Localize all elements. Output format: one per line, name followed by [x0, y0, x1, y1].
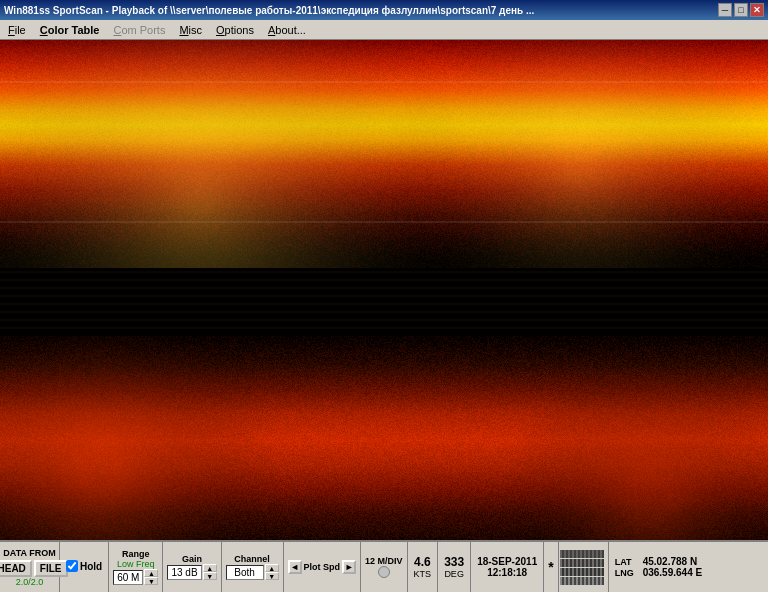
range-label: Range — [122, 549, 150, 560]
gain-value: 13 dB — [167, 565, 201, 580]
range-spin: ▲ ▼ — [144, 569, 158, 585]
date-value: 18-SEP-2011 — [477, 556, 537, 567]
menu-bar: File Color Table Com Ports Misc Options … — [0, 20, 768, 40]
gain-up[interactable]: ▲ — [203, 564, 217, 572]
asterisk-section: * — [544, 542, 558, 592]
range-up[interactable]: ▲ — [144, 569, 158, 577]
menu-about[interactable]: About... — [262, 21, 312, 39]
scale-value: 12 M/DIV — [365, 556, 403, 566]
range-field-row: 60 M ▲ ▼ — [113, 569, 158, 585]
plot-left-arrow[interactable]: ◄ — [288, 560, 302, 574]
maximize-button[interactable]: □ — [734, 3, 748, 17]
channel-field-row: Both ▲ ▼ — [226, 564, 279, 580]
lng-row: LNG 036.59.644 E — [615, 567, 762, 578]
channel-spin: ▲ ▼ — [265, 564, 279, 580]
hold-section: Hold — [60, 542, 109, 592]
data-from-label: DATA FROM — [3, 548, 55, 558]
gain-label: Gain — [182, 554, 202, 565]
plot-section: ◄ Plot Spd ► — [284, 542, 362, 592]
lng-label: LNG — [615, 568, 639, 578]
plot-right-arrow[interactable]: ► — [342, 560, 356, 574]
data-buttons: HEAD FILE — [0, 560, 68, 577]
low-freq-label: Low Freq — [117, 559, 155, 569]
heading-unit: DEG — [444, 569, 464, 579]
scale-circle — [378, 566, 390, 578]
gain-down[interactable]: ▼ — [203, 572, 217, 580]
data-from-section: DATA FROM HEAD FILE 2.0/2.0 — [0, 542, 60, 592]
datetime-section: 18-SEP-2011 12:18:18 — [471, 542, 544, 592]
menu-file[interactable]: File — [2, 21, 32, 39]
hold-checkbox-row: Hold — [66, 560, 102, 572]
range-value: 60 M — [113, 570, 143, 585]
gain-field-row: 13 dB ▲ ▼ — [167, 564, 216, 580]
gps-section — [559, 542, 609, 592]
speed-unit: KTS — [414, 569, 432, 579]
title-bar-controls: ─ □ ✕ — [718, 3, 764, 17]
range-section: Range Low Freq 60 M ▲ ▼ — [109, 542, 163, 592]
hold-checkbox[interactable] — [66, 560, 78, 572]
heading-value: 333 — [444, 555, 464, 569]
channel-section: Channel Both ▲ ▼ — [222, 542, 284, 592]
lat-value: 45.02.788 N — [643, 556, 698, 567]
gain-spin: ▲ ▼ — [203, 564, 217, 580]
plot-row: ◄ Plot Spd ► — [288, 560, 357, 574]
title-bar: Win881ss SportScan - Playback of \\serve… — [0, 0, 768, 20]
channel-value: Both — [226, 565, 264, 580]
coords-section: LAT 45.02.788 N LNG 036.59.644 E — [609, 542, 768, 592]
hold-label: Hold — [80, 561, 102, 572]
range-down[interactable]: ▼ — [144, 577, 158, 585]
lat-row: LAT 45.02.788 N — [615, 556, 762, 567]
time-value: 12:18:18 — [487, 567, 527, 578]
speed-section: 4.6 KTS — [408, 542, 439, 592]
speed-value: 4.6 — [414, 555, 431, 569]
asterisk-symbol: * — [548, 559, 553, 575]
minimize-button[interactable]: ─ — [718, 3, 732, 17]
data-from-version: 2.0/2.0 — [16, 577, 44, 587]
menu-color-table[interactable]: Color Table — [34, 21, 106, 39]
sonar-display — [0, 40, 768, 540]
channel-up[interactable]: ▲ — [265, 564, 279, 572]
menu-com-ports[interactable]: Com Ports — [107, 21, 171, 39]
channel-down[interactable]: ▼ — [265, 572, 279, 580]
sonar-canvas — [0, 40, 768, 540]
gain-section: Gain 13 dB ▲ ▼ — [163, 542, 221, 592]
plot-label: Plot Spd — [304, 562, 341, 572]
lat-label: LAT — [615, 557, 639, 567]
heading-section: 333 DEG — [438, 542, 471, 592]
window-title: Win881ss SportScan - Playback of \\serve… — [4, 5, 534, 16]
close-button[interactable]: ✕ — [750, 3, 764, 17]
scale-section: 12 M/DIV — [361, 542, 408, 592]
head-button[interactable]: HEAD — [0, 560, 32, 577]
menu-misc[interactable]: Misc — [173, 21, 208, 39]
status-bar: DATA FROM HEAD FILE 2.0/2.0 Hold Range L… — [0, 540, 768, 592]
menu-options[interactable]: Options — [210, 21, 260, 39]
lng-value: 036.59.644 E — [643, 567, 703, 578]
channel-label: Channel — [234, 554, 270, 565]
